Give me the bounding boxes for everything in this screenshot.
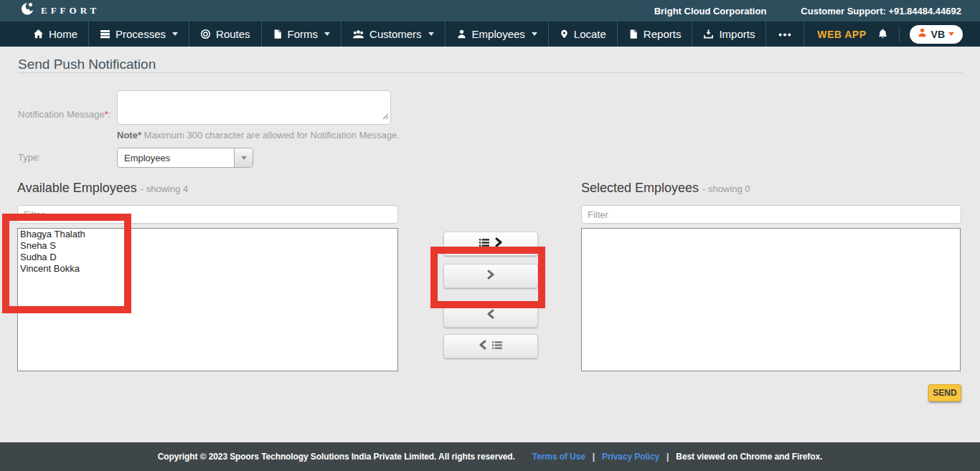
move-right-button[interactable] (443, 264, 538, 288)
imports-icon (703, 29, 714, 39)
title-divider (18, 72, 962, 73)
notification-message-input[interactable] (117, 90, 391, 125)
notifications-bell-icon[interactable] (877, 28, 889, 40)
selected-filter-input[interactable] (581, 205, 961, 224)
available-employees-header: Available Employees- showing 4 (17, 181, 188, 196)
selected-employees-list[interactable] (581, 228, 961, 371)
nav-item-routes[interactable]: Routes (189, 22, 262, 47)
nav-label: Routes (216, 28, 250, 40)
top-bar: EFFORT Bright Cloud Corporation Customer… (0, 0, 980, 22)
web-app-link[interactable]: WEB APP (817, 29, 866, 40)
nav-label: Forms (288, 28, 319, 40)
chevron-left-icon (486, 309, 495, 322)
nav-label: Reports (644, 28, 682, 40)
routes-icon (200, 29, 211, 39)
nav-label: Processes (116, 28, 166, 40)
employees-icon (456, 29, 467, 39)
notification-message-label: Notification Message*: (18, 109, 110, 120)
main-nav: Home Processes Routes Forms Customers (0, 22, 980, 47)
nav-item-reports[interactable]: Reports (618, 22, 693, 47)
nav-item-forms[interactable]: Forms (262, 22, 342, 47)
page-title: Send Push Notification (18, 57, 156, 72)
list-icon (479, 237, 490, 251)
processes-icon (100, 29, 110, 39)
nav-label: Home (49, 28, 77, 40)
type-select[interactable]: Employees (117, 148, 253, 168)
user-menu-button[interactable]: VB (910, 25, 963, 44)
chevron-left-icon (479, 340, 487, 353)
nav-item-processes[interactable]: Processes (89, 22, 189, 47)
nav-item-customers[interactable]: Customers (341, 22, 446, 47)
forms-icon (273, 29, 283, 39)
move-all-left-button[interactable] (443, 334, 538, 358)
nav-item-employees[interactable]: Employees (446, 22, 549, 47)
privacy-policy-link[interactable]: Privacy Policy (602, 452, 659, 462)
chevron-down-icon (948, 32, 954, 36)
chevron-down-icon (532, 32, 537, 36)
nav-item-more[interactable] (766, 22, 804, 47)
available-count: - showing 4 (141, 184, 188, 194)
notification-message-field-wrap (117, 90, 391, 125)
chevron-down-icon (241, 156, 247, 160)
company-name: Bright Cloud Corporation (654, 6, 767, 16)
nav-label: Employees (472, 28, 525, 40)
nav-label: Customers (369, 28, 422, 40)
type-select-value: Employees (118, 153, 234, 163)
app-window: EFFORT Bright Cloud Corporation Customer… (0, 0, 980, 471)
brand-name: EFFORT (41, 5, 100, 16)
footer: Copyright © 2023 Spoors Technology Solut… (0, 442, 980, 471)
chevron-down-icon (172, 32, 178, 36)
chevron-down-icon (324, 32, 330, 36)
effort-logo-icon (20, 1, 36, 20)
selected-employees-header: Selected Employees- showing 0 (581, 181, 750, 196)
terms-of-use-link[interactable]: Terms of Use (532, 452, 585, 462)
nav-separator (899, 27, 900, 42)
nav-item-home[interactable]: Home (22, 22, 89, 47)
type-label: Type: (18, 152, 41, 163)
brand-logo[interactable]: EFFORT (20, 1, 100, 20)
available-employees-list[interactable]: Bhagya Thalath Sneha S Sudha D Vincent B… (17, 228, 398, 371)
footer-separator: | (593, 452, 595, 462)
nav-label: Imports (719, 28, 755, 40)
home-icon (33, 29, 44, 39)
type-select-dropdown-button[interactable] (234, 148, 253, 167)
nav-label: Locate (574, 28, 606, 40)
move-left-button[interactable] (443, 303, 538, 328)
customers-icon (352, 29, 364, 39)
message-note: Note* Maximum 300 character are allowed … (117, 130, 400, 141)
user-initials: VB (931, 29, 945, 40)
list-item[interactable]: Sudha D (18, 252, 397, 263)
copyright-text: Copyright © 2023 Spoors Technology Solut… (158, 452, 515, 462)
chevron-down-icon (428, 32, 434, 36)
best-viewed-text: Best viewed on Chrome and Firefox. (676, 452, 822, 462)
list-icon (491, 340, 503, 353)
selected-count: - showing 0 (702, 184, 750, 194)
list-item[interactable]: Bhagya Thalath (18, 229, 397, 240)
reports-icon (628, 29, 639, 39)
chevron-right-icon (494, 237, 503, 250)
send-button[interactable]: SEND (928, 384, 961, 401)
list-item[interactable]: Vincent Bokka (18, 263, 397, 275)
list-item[interactable]: Sneha S (18, 240, 397, 252)
available-filter-input[interactable] (17, 205, 398, 224)
footer-separator: | (666, 452, 669, 462)
user-avatar-icon (917, 27, 928, 41)
customer-support-text: Customer Support: +91.84484.44692 (801, 6, 961, 16)
move-all-right-button[interactable] (443, 232, 538, 256)
chevron-right-icon (486, 270, 495, 282)
nav-item-imports[interactable]: Imports (692, 22, 766, 47)
locate-icon (560, 29, 569, 39)
more-dots-icon (777, 29, 793, 39)
nav-item-locate[interactable]: Locate (549, 22, 618, 47)
